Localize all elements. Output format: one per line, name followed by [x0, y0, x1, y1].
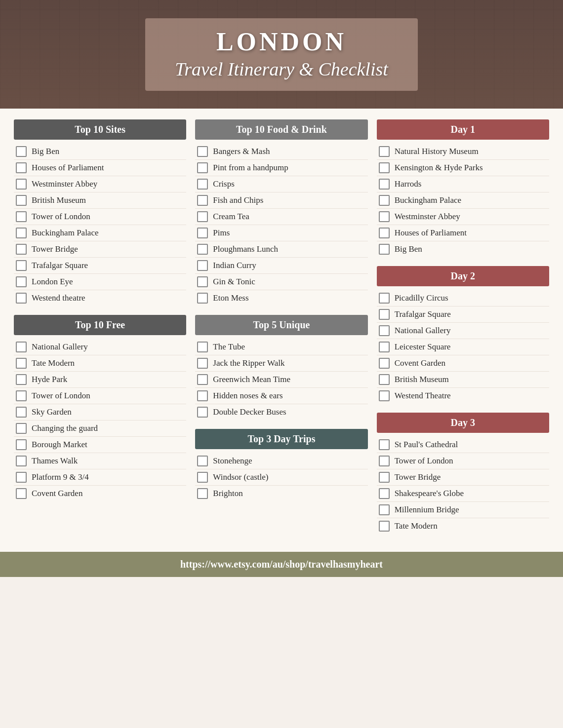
checkbox-day2-4[interactable]	[379, 358, 390, 369]
column-3: Day 1Natural History MuseumKensington & …	[377, 119, 549, 543]
checklist-item-label: Brighton	[213, 489, 242, 498]
checkbox-day3-5[interactable]	[379, 521, 390, 532]
checkbox-top10food-1[interactable]	[197, 162, 208, 173]
checklist-item-label: Westend Theatre	[395, 391, 451, 401]
checklist-item-label: Greenwich Mean Time	[213, 375, 290, 384]
checkbox-top3daytrips-1[interactable]	[197, 472, 208, 483]
checkbox-top10sites-4[interactable]	[16, 211, 27, 222]
checkbox-day2-5[interactable]	[379, 374, 390, 385]
checklist-item-label: National Gallery	[395, 326, 451, 336]
checkbox-top10free-7[interactable]	[16, 456, 27, 466]
checklist-item-label: Westend theatre	[32, 293, 85, 303]
columns-container: Top 10 SitesBig BenHouses of ParliamentW…	[14, 119, 549, 543]
checkbox-top5unique-0[interactable]	[197, 342, 208, 352]
checklist-item-label: Shakespeare's Globe	[395, 489, 464, 498]
checklist-item-label: London Eye	[32, 277, 73, 287]
checkbox-top3daytrips-2[interactable]	[197, 488, 208, 499]
checklist-item-label: Double Decker Buses	[213, 407, 286, 417]
section-top3daytrips: Top 3 Day TripsStonehengeWindsor (castle…	[195, 429, 367, 501]
checkbox-day2-6[interactable]	[379, 390, 390, 401]
checklist-top10free: National GalleryTate ModernHyde ParkTowe…	[14, 339, 186, 501]
section-header-day1: Day 1	[377, 119, 549, 140]
header-title-box: LONDON Travel Itinerary & Checklist	[145, 18, 418, 91]
checkbox-top10sites-8[interactable]	[16, 276, 27, 287]
checkbox-top10sites-1[interactable]	[16, 162, 27, 173]
checkbox-top10sites-2[interactable]	[16, 179, 27, 190]
checkbox-top10free-3[interactable]	[16, 390, 27, 401]
checkbox-day2-0[interactable]	[379, 293, 390, 304]
checkbox-top10food-9[interactable]	[197, 293, 208, 304]
checkbox-top5unique-2[interactable]	[197, 374, 208, 385]
list-item: Crisps	[195, 176, 367, 192]
checkbox-day1-1[interactable]	[379, 162, 390, 173]
checkbox-day1-2[interactable]	[379, 179, 390, 190]
list-item: Harrods	[377, 176, 549, 192]
checkbox-top10free-5[interactable]	[16, 423, 27, 434]
checklist-item-label: British Museum	[32, 195, 86, 205]
checkbox-top10food-7[interactable]	[197, 260, 208, 271]
checkbox-day3-3[interactable]	[379, 488, 390, 499]
section-day1: Day 1Natural History MuseumKensington & …	[377, 119, 549, 257]
checkbox-top10free-0[interactable]	[16, 342, 27, 352]
checkbox-top10sites-6[interactable]	[16, 244, 27, 255]
checkbox-top10food-6[interactable]	[197, 244, 208, 255]
list-item: Covent Garden	[377, 355, 549, 372]
checkbox-day1-0[interactable]	[379, 146, 390, 157]
checkbox-day3-0[interactable]	[379, 439, 390, 450]
header: LONDON Travel Itinerary & Checklist	[0, 0, 563, 109]
checkbox-day2-1[interactable]	[379, 309, 390, 320]
checkbox-top10free-2[interactable]	[16, 374, 27, 385]
checklist-item-label: Big Ben	[395, 244, 422, 254]
checkbox-top3daytrips-0[interactable]	[197, 456, 208, 466]
section-top5unique: Top 5 UniqueThe TubeJack the Ripper Walk…	[195, 315, 367, 420]
checkbox-day1-3[interactable]	[379, 195, 390, 206]
checkbox-top10sites-7[interactable]	[16, 260, 27, 271]
list-item: British Museum	[14, 192, 186, 209]
section-header-top10sites: Top 10 Sites	[14, 119, 186, 140]
checkbox-top10free-4[interactable]	[16, 407, 27, 418]
checklist-item-label: Millennium Bridge	[395, 505, 459, 515]
checkbox-top10free-8[interactable]	[16, 472, 27, 483]
checklist-item-label: Changing the guard	[32, 423, 98, 433]
checklist-item-label: The Tube	[213, 342, 245, 352]
checkbox-day1-6[interactable]	[379, 244, 390, 255]
checkbox-top5unique-4[interactable]	[197, 407, 208, 418]
checklist-item-label: Houses of Parliament	[32, 163, 104, 173]
checkbox-top10sites-9[interactable]	[16, 293, 27, 304]
checkbox-day1-4[interactable]	[379, 211, 390, 222]
checkbox-top5unique-1[interactable]	[197, 358, 208, 369]
checkbox-top10food-8[interactable]	[197, 276, 208, 287]
checkbox-top10food-3[interactable]	[197, 195, 208, 206]
list-item: Platform 9 & 3/4	[14, 469, 186, 486]
checkbox-top10sites-0[interactable]	[16, 146, 27, 157]
section-header-top10free: Top 10 Free	[14, 315, 186, 335]
checkbox-top10free-6[interactable]	[16, 439, 27, 450]
checkbox-top10food-0[interactable]	[197, 146, 208, 157]
footer: https://www.etsy.com/au/shop/travelhasmy…	[0, 552, 563, 577]
checkbox-top10sites-3[interactable]	[16, 195, 27, 206]
checkbox-day2-2[interactable]	[379, 325, 390, 336]
checkbox-day2-3[interactable]	[379, 342, 390, 352]
checklist-item-label: Tate Modern	[395, 521, 438, 531]
checkbox-top10free-9[interactable]	[16, 488, 27, 499]
list-item: Tate Modern	[377, 518, 549, 534]
checklist-item-label: Kensington & Hyde Parks	[395, 163, 483, 173]
checkbox-day1-5[interactable]	[379, 228, 390, 238]
list-item: Westend Theatre	[377, 388, 549, 404]
checkbox-day3-1[interactable]	[379, 456, 390, 466]
checkbox-top10sites-5[interactable]	[16, 228, 27, 238]
checkbox-top10food-4[interactable]	[197, 211, 208, 222]
checkbox-top5unique-3[interactable]	[197, 390, 208, 401]
checklist-item-label: Leicester Square	[395, 342, 451, 352]
list-item: Greenwich Mean Time	[195, 372, 367, 388]
checkbox-top10food-2[interactable]	[197, 179, 208, 190]
checklist-item-label: Bangers & Mash	[213, 147, 270, 156]
checkbox-top10free-1[interactable]	[16, 358, 27, 369]
checkbox-top10food-5[interactable]	[197, 228, 208, 238]
list-item: Hidden noses & ears	[195, 388, 367, 404]
checklist-item-label: Tate Modern	[32, 358, 75, 368]
checkbox-day3-4[interactable]	[379, 504, 390, 515]
checkbox-day3-2[interactable]	[379, 472, 390, 483]
checklist-item-label: Picadilly Circus	[395, 293, 448, 303]
footer-link[interactable]: https://www.etsy.com/au/shop/travelhasmy…	[180, 559, 383, 570]
